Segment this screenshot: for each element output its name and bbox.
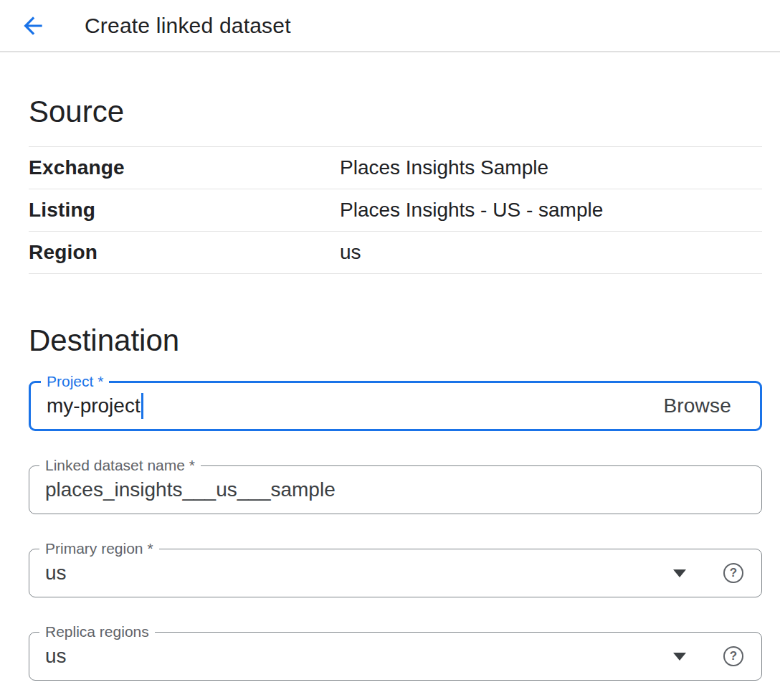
project-input[interactable]: my-project — [47, 394, 141, 417]
primary-region-value: us — [45, 562, 67, 585]
destination-section-heading: Destination — [29, 324, 762, 357]
table-row-exchange: Exchange Places Insights Sample — [29, 147, 762, 189]
listing-label: Listing — [29, 199, 340, 222]
page-header: Create linked dataset — [0, 0, 780, 52]
chevron-down-icon[interactable] — [673, 569, 686, 577]
main-content: Source Exchange Places Insights Sample L… — [0, 95, 780, 681]
region-label: Region — [29, 241, 340, 264]
table-row-region: Region us — [29, 232, 762, 274]
project-field[interactable]: Project * my-project Browse — [29, 381, 762, 431]
chevron-down-icon[interactable] — [673, 653, 686, 661]
replica-regions-field[interactable]: Replica regions us ? — [29, 632, 762, 681]
listing-value: Places Insights - US - sample — [340, 199, 603, 222]
exchange-label: Exchange — [29, 156, 340, 179]
linked-dataset-name-input[interactable]: places_insights___us___sample — [45, 478, 336, 501]
region-value: us — [340, 241, 361, 264]
primary-region-label: Primary region * — [39, 540, 159, 557]
help-icon[interactable]: ? — [723, 646, 743, 666]
browse-button[interactable]: Browse — [663, 394, 731, 417]
text-cursor — [141, 393, 143, 419]
linked-dataset-name-field[interactable]: Linked dataset name * places_insights___… — [29, 465, 762, 514]
page-title: Create linked dataset — [85, 14, 291, 38]
replica-regions-label: Replica regions — [39, 623, 155, 640]
table-row-listing: Listing Places Insights - US - sample — [29, 189, 762, 232]
back-button[interactable] — [17, 10, 49, 42]
source-details-table: Exchange Places Insights Sample Listing … — [29, 146, 762, 274]
arrow-back-icon — [19, 12, 47, 39]
exchange-value: Places Insights Sample — [340, 156, 548, 179]
replica-regions-value: us — [45, 645, 67, 668]
primary-region-field[interactable]: Primary region * us ? — [29, 549, 762, 597]
source-section-heading: Source — [29, 95, 762, 128]
help-icon[interactable]: ? — [723, 563, 743, 583]
linked-dataset-name-label: Linked dataset name * — [39, 457, 201, 474]
project-field-label: Project * — [41, 373, 109, 390]
